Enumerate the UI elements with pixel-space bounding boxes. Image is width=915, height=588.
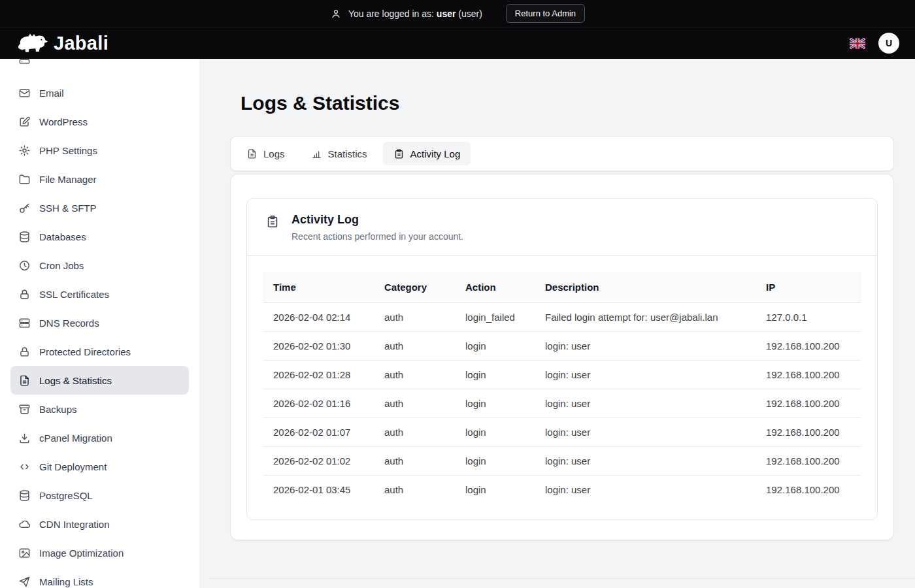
- cell-action: login: [455, 476, 535, 504]
- sidebar-item-label: Logs & Statistics: [39, 375, 112, 386]
- cell-time: 2026-02-02 01:30: [263, 332, 374, 361]
- user-icon: [330, 8, 342, 20]
- cell-category: auth: [374, 389, 455, 418]
- cell-description: login: user: [535, 418, 756, 447]
- table-row: 2026-02-02 01:07authloginlogin: user192.…: [263, 418, 861, 447]
- sidebar-item-label: cPanel Migration: [39, 433, 112, 444]
- impersonation-banner: You are logged in as: user (user) Return…: [0, 0, 915, 27]
- sidebar-item-label: WordPress: [39, 116, 88, 127]
- sidebar-item-cdn-integration[interactable]: CDN Integration: [10, 510, 189, 538]
- sidebar-item-image-optimization[interactable]: Image Optimization: [10, 538, 189, 567]
- sidebar-item-email[interactable]: Email: [10, 78, 189, 107]
- sidebar-item-cpanel-migration[interactable]: cPanel Migration: [10, 423, 189, 452]
- code-icon: [18, 461, 31, 473]
- cell-action: login: [455, 361, 535, 389]
- language-switcher-uk-flag-icon[interactable]: [850, 38, 865, 49]
- clipboard-icon: [265, 214, 280, 229]
- sidebar-item-php-settings[interactable]: PHP Settings: [10, 136, 189, 165]
- edit-icon: [18, 116, 31, 128]
- tab-logs[interactable]: Logs: [236, 142, 295, 165]
- cell-time: 2026-02-02 01:02: [263, 447, 374, 476]
- lock-icon: [18, 288, 31, 301]
- tabs-list: LogsStatisticsActivity Log: [230, 136, 894, 171]
- user-avatar[interactable]: U: [878, 33, 899, 54]
- cell-action: login: [455, 418, 535, 447]
- sidebar-item-mailing-lists[interactable]: Mailing Lists: [10, 567, 189, 588]
- sidebar-item-backups[interactable]: Backups: [10, 395, 189, 423]
- sidebar-item-label: Git Deployment: [39, 461, 107, 472]
- download-icon: [18, 432, 31, 444]
- tab-label: Activity Log: [410, 148, 461, 159]
- logged-in-username: user: [437, 8, 456, 19]
- cell-action: login: [455, 389, 535, 418]
- cell-category: auth: [374, 332, 455, 361]
- activity-log-table: TimeCategoryActionDescriptionIP 2026-02-…: [263, 272, 861, 504]
- clipboard-icon: [393, 148, 405, 159]
- table-row: 2026-02-02 01:30authloginlogin: user192.…: [263, 332, 861, 361]
- brand-logo[interactable]: Jabali: [16, 31, 108, 56]
- sidebar-item-cron-jobs[interactable]: Cron Jobs: [10, 251, 189, 280]
- sidebar-item-partial-icon: [18, 59, 31, 65]
- cell-ip: 192.168.100.200: [756, 332, 861, 361]
- column-header-time: Time: [263, 272, 374, 303]
- cell-ip: 192.168.100.200: [756, 389, 861, 418]
- sidebar-item-label: PostgreSQL: [39, 490, 93, 501]
- server-icon: [18, 317, 31, 329]
- sidebar-item-file-manager[interactable]: File Manager: [10, 165, 189, 193]
- cloud-icon: [18, 518, 31, 531]
- sidebar-item-postgresql[interactable]: PostgreSQL: [10, 481, 189, 510]
- sidebar-item-label: DNS Records: [39, 318, 99, 329]
- cell-time: 2026-02-04 02:14: [263, 303, 374, 332]
- sidebar-item-dns-records[interactable]: DNS Records: [10, 308, 189, 337]
- sidebar-item-wordpress[interactable]: WordPress: [10, 107, 189, 136]
- tab-statistics[interactable]: Statistics: [301, 142, 378, 165]
- sidebar: EmailWordPressPHP SettingsFile ManagerSS…: [0, 59, 199, 588]
- lock-icon: [18, 346, 31, 358]
- folder-icon: [18, 173, 31, 186]
- sidebar-item-label: File Manager: [39, 174, 97, 185]
- bar-chart-icon: [311, 148, 322, 159]
- cell-time: 2026-02-01 03:45: [263, 476, 374, 504]
- activity-log-card: Activity Log Recent actions performed in…: [246, 198, 878, 520]
- sidebar-item-databases[interactable]: Databases: [10, 222, 189, 251]
- activity-log-tab-panel: Activity Log Recent actions performed in…: [230, 174, 894, 540]
- cell-description: login: user: [535, 361, 756, 389]
- cell-ip: 192.168.100.200: [756, 447, 861, 476]
- sidebar-item-label: Mailing Lists: [39, 576, 93, 587]
- table-row: 2026-02-02 01:02authloginlogin: user192.…: [263, 447, 861, 476]
- sidebar-item-label: Databases: [39, 231, 86, 242]
- column-header-action: Action: [455, 272, 535, 303]
- main-content: Logs & Statistics LogsStatisticsActivity…: [199, 59, 915, 588]
- sidebar-item-label: Cron Jobs: [39, 260, 84, 271]
- sidebar-item-label: Backups: [39, 404, 77, 415]
- logged-in-prefix: You are logged in as:: [348, 8, 434, 19]
- mail-icon: [18, 87, 31, 99]
- card-subtitle: Recent actions performed in your account…: [291, 231, 463, 242]
- send-icon: [18, 576, 31, 588]
- sidebar-item-label: SSL Certificates: [39, 289, 109, 300]
- tab-label: Logs: [263, 148, 285, 159]
- cell-ip: 127.0.0.1: [756, 303, 861, 332]
- cell-description: login: user: [535, 447, 756, 476]
- cell-ip: 192.168.100.200: [756, 361, 861, 389]
- sidebar-item-protected-directories[interactable]: Protected Directories: [10, 337, 189, 366]
- footer-divider: [209, 578, 915, 579]
- cell-description: Failed login attempt for: user@jabali.la…: [535, 303, 756, 332]
- return-to-admin-button[interactable]: Return to Admin: [506, 4, 585, 23]
- tab-activity-log[interactable]: Activity Log: [383, 142, 471, 165]
- sidebar-item-label: Email: [39, 88, 64, 99]
- cell-category: auth: [374, 303, 455, 332]
- sidebar-item-label: Image Optimization: [39, 547, 124, 559]
- sidebar-item-logs-statistics[interactable]: Logs & Statistics: [10, 366, 189, 395]
- cell-action: login: [455, 447, 535, 476]
- sidebar-item-git-deployment[interactable]: Git Deployment: [10, 452, 189, 481]
- table-row: 2026-02-04 02:14authlogin_failedFailed l…: [263, 303, 861, 332]
- sidebar-item-ssl-certificates[interactable]: SSL Certificates: [10, 280, 189, 308]
- page-title: Logs & Statistics: [241, 91, 894, 115]
- table-row: 2026-02-01 03:45authloginlogin: user192.…: [263, 476, 861, 504]
- sidebar-item-ssh-sftp[interactable]: SSH & SFTP: [10, 193, 189, 222]
- sidebar-item-label: Protected Directories: [39, 346, 131, 357]
- card-title: Activity Log: [291, 212, 463, 227]
- gear-icon: [18, 144, 31, 157]
- logged-in-role: (user): [458, 8, 482, 19]
